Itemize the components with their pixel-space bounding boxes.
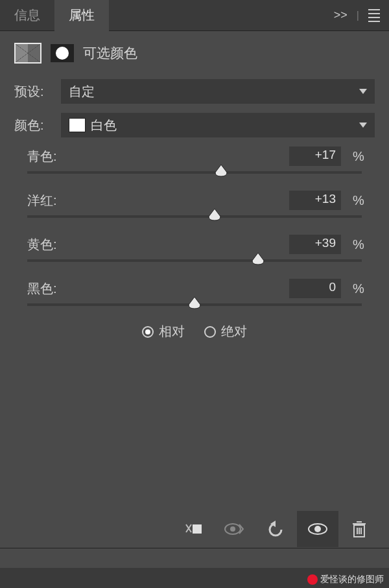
preset-select[interactable]: 自定 [61, 79, 375, 104]
radio-circle-icon [204, 326, 216, 338]
svg-rect-0 [193, 524, 202, 534]
magenta-slider[interactable] [27, 215, 362, 218]
black-thumb[interactable] [187, 297, 202, 310]
color-value: 白色 [91, 117, 117, 134]
radio-relative[interactable]: 相对 [142, 323, 185, 340]
magenta-thumb[interactable] [207, 209, 222, 222]
chevron-down-icon [359, 123, 367, 128]
selective-color-icon [14, 43, 41, 64]
color-label: 颜色: [14, 117, 53, 134]
delete-button[interactable] [338, 511, 380, 547]
panel-title: 可选颜色 [83, 44, 137, 62]
collapse-icon[interactable]: >> [334, 8, 348, 22]
radio-absolute-label: 绝对 [221, 323, 247, 340]
cyan-slider[interactable] [27, 171, 362, 174]
radio-dot-icon [142, 326, 154, 338]
layer-mask-icon[interactable] [51, 44, 74, 62]
percent-label: % [353, 281, 368, 296]
chevron-down-icon [359, 89, 367, 94]
watermark: 爱怪谈的修图师 [307, 574, 384, 585]
yellow-label: 黄色: [21, 236, 289, 253]
cyan-thumb[interactable] [214, 165, 228, 178]
panel-menu-icon[interactable] [368, 9, 380, 22]
tab-info[interactable]: 信息 [0, 0, 54, 32]
cyan-label: 青色: [21, 148, 289, 165]
percent-label: % [353, 193, 368, 208]
black-label: 黑色: [21, 280, 289, 298]
svg-point-4 [314, 526, 321, 532]
preset-label: 预设: [14, 83, 53, 100]
magenta-label: 洋红: [21, 192, 289, 209]
yellow-thumb[interactable] [251, 253, 265, 266]
color-select[interactable]: 白色 [61, 113, 375, 137]
yellow-input[interactable]: +39 [289, 235, 341, 254]
tab-properties[interactable]: 属性 [54, 0, 109, 32]
view-previous-button[interactable] [214, 511, 255, 547]
weibo-icon [307, 574, 318, 585]
svg-point-2 [230, 526, 235, 532]
magenta-input[interactable]: +13 [289, 191, 341, 210]
clip-to-layer-button[interactable] [172, 511, 214, 547]
divider: | [357, 10, 359, 21]
reset-button[interactable] [255, 511, 297, 547]
radio-absolute[interactable]: 绝对 [204, 323, 247, 340]
preset-value: 自定 [69, 83, 95, 100]
black-slider[interactable] [27, 303, 362, 306]
toggle-visibility-button[interactable] [297, 511, 338, 547]
percent-label: % [353, 237, 368, 252]
yellow-slider[interactable] [27, 259, 362, 262]
radio-relative-label: 相对 [159, 323, 185, 340]
black-input[interactable]: 0 [289, 279, 341, 298]
color-swatch [69, 118, 86, 132]
cyan-input[interactable]: +17 [289, 147, 341, 166]
percent-label: % [353, 149, 368, 164]
